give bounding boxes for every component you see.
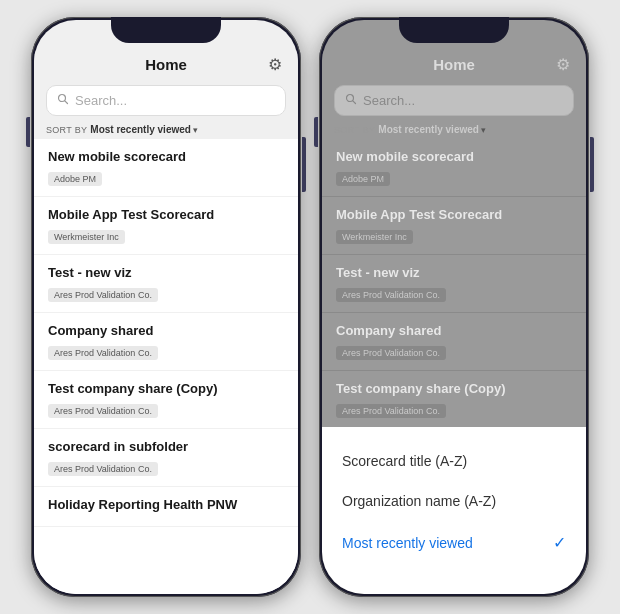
item-title: Test - new viz (48, 265, 284, 280)
list-item[interactable]: scorecard in subfolder Ares Prod Validat… (34, 429, 298, 487)
item-title: scorecard in subfolder (48, 439, 284, 454)
list-item[interactable]: Holiday Reporting Health PNW (34, 487, 298, 527)
header-title-left: Home (145, 56, 187, 73)
search-icon-left (57, 93, 69, 108)
search-placeholder-left: Search... (75, 93, 127, 108)
list-item[interactable]: Company shared Ares Prod Validation Co. (322, 313, 586, 371)
item-tag: Ares Prod Validation Co. (48, 404, 158, 418)
svg-line-1 (65, 101, 68, 104)
notch-left (111, 17, 221, 43)
header-title-right: Home (433, 56, 475, 73)
gear-icon-right[interactable]: ⚙ (556, 55, 570, 74)
item-tag: Ares Prod Validation Co. (48, 462, 158, 476)
sort-bar-right[interactable]: SORT BY Most recently viewed ▾ (322, 120, 586, 139)
notch-right (399, 17, 509, 43)
dropdown-item-org-name[interactable]: Organization name (A-Z) (322, 481, 586, 521)
list-item[interactable]: Mobile App Test Scorecard Werkmeister In… (34, 197, 298, 255)
item-tag: Adobe PM (336, 172, 390, 186)
item-title: Test company share (Copy) (48, 381, 284, 396)
item-title: Company shared (48, 323, 284, 338)
item-title: Test - new viz (336, 265, 572, 280)
sort-label-right: SORT BY (334, 125, 375, 135)
item-title: Mobile App Test Scorecard (48, 207, 284, 222)
list-item[interactable]: Test company share (Copy) Ares Prod Vali… (34, 371, 298, 429)
header-right: Home ⚙ (322, 50, 586, 79)
item-title: Mobile App Test Scorecard (336, 207, 572, 222)
sort-value-right: Most recently viewed (378, 124, 479, 135)
header-left: Home ⚙ (34, 50, 298, 79)
item-tag: Werkmeister Inc (48, 230, 125, 244)
checkmark-icon: ✓ (553, 533, 566, 552)
sort-chevron-left: ▾ (193, 125, 198, 135)
search-bar-left[interactable]: Search... (46, 85, 286, 116)
sort-dropdown[interactable]: Scorecard title (A-Z) Organization name … (322, 427, 586, 594)
screen-left: Home ⚙ Search... SORT BY Most recently v… (34, 20, 298, 594)
item-title: New mobile scorecard (336, 149, 572, 164)
item-tag: Ares Prod Validation Co. (336, 288, 446, 302)
search-icon-right (345, 93, 357, 108)
list-item[interactable]: Mobile App Test Scorecard Werkmeister In… (322, 197, 586, 255)
list-item[interactable]: New mobile scorecard Adobe PM (34, 139, 298, 197)
list-item[interactable]: Company shared Ares Prod Validation Co. (34, 313, 298, 371)
screen-right: Home ⚙ Search... SORT BY Most recently v… (322, 20, 586, 594)
phone-inner-right: Home ⚙ Search... SORT BY Most recently v… (322, 20, 586, 594)
phone-inner-left: Home ⚙ Search... SORT BY Most recently v… (34, 20, 298, 594)
sort-chevron-right: ▾ (481, 125, 486, 135)
item-tag: Ares Prod Validation Co. (48, 346, 158, 360)
left-phone: Home ⚙ Search... SORT BY Most recently v… (31, 17, 301, 597)
list-left: New mobile scorecard Adobe PM Mobile App… (34, 139, 298, 594)
phones-container: Home ⚙ Search... SORT BY Most recently v… (21, 7, 599, 607)
item-tag: Ares Prod Validation Co. (336, 404, 446, 418)
item-title: Test company share (Copy) (336, 381, 572, 396)
right-phone: Home ⚙ Search... SORT BY Most recently v… (319, 17, 589, 597)
sort-bar-left[interactable]: SORT BY Most recently viewed ▾ (34, 120, 298, 139)
list-item[interactable]: Test - new viz Ares Prod Validation Co. (322, 255, 586, 313)
dropdown-item-recently-viewed[interactable]: Most recently viewed ✓ (322, 521, 586, 564)
item-tag: Adobe PM (48, 172, 102, 186)
item-tag: Werkmeister Inc (336, 230, 413, 244)
item-title: New mobile scorecard (48, 149, 284, 164)
svg-line-3 (353, 101, 356, 104)
gear-icon-left[interactable]: ⚙ (268, 55, 282, 74)
item-tag: Ares Prod Validation Co. (48, 288, 158, 302)
list-item[interactable]: Test - new viz Ares Prod Validation Co. (34, 255, 298, 313)
item-tag: Ares Prod Validation Co. (336, 346, 446, 360)
search-placeholder-right: Search... (363, 93, 415, 108)
dropdown-item-scorecard-title[interactable]: Scorecard title (A-Z) (322, 441, 586, 481)
sort-value-left: Most recently viewed (90, 124, 191, 135)
sort-label-left: SORT BY (46, 125, 87, 135)
search-bar-right[interactable]: Search... (334, 85, 574, 116)
item-title: Holiday Reporting Health PNW (48, 497, 284, 512)
list-item[interactable]: New mobile scorecard Adobe PM (322, 139, 586, 197)
item-title: Company shared (336, 323, 572, 338)
list-item[interactable]: Test company share (Copy) Ares Prod Vali… (322, 371, 586, 429)
dropdown-item-label: Most recently viewed (342, 535, 473, 551)
